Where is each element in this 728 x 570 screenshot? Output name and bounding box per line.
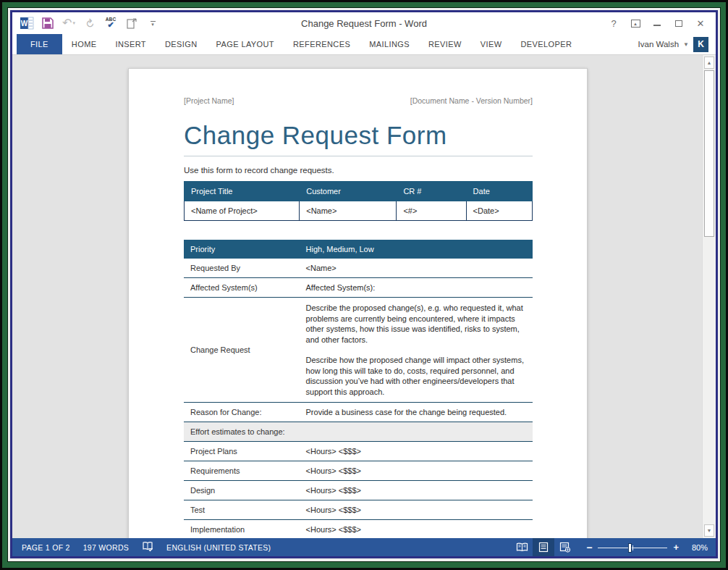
change-request-label: Change Request — [184, 298, 300, 403]
project-plans-value[interactable]: <Hours> <$$$> — [300, 442, 533, 461]
language-indicator[interactable]: ENGLISH (UNITED STATES) — [166, 543, 271, 552]
zoom-out-button[interactable]: − — [586, 542, 592, 553]
change-request-paragraph-1: Describe the proposed change(s), e.g. wh… — [306, 303, 526, 345]
info-value-row: <Name of Project> <Name> <#> <Date> — [185, 201, 533, 221]
scroll-down-icon[interactable]: ▼ — [704, 524, 714, 537]
tab-references[interactable]: REFERENCES — [284, 34, 360, 54]
vertical-scrollbar[interactable]: ▲ ▼ — [702, 55, 716, 538]
test-label: Test — [184, 500, 300, 520]
cell-cr-number[interactable]: <#> — [397, 201, 466, 221]
chevron-down-icon: ▼ — [683, 41, 689, 48]
change-request-paragraph-2: Describe how the proposed change will im… — [306, 355, 526, 397]
priority-label: Priority — [184, 240, 300, 259]
document-arrow-icon[interactable] — [124, 15, 139, 31]
page-indicator[interactable]: PAGE 1 OF 2 — [22, 543, 70, 552]
reason-value[interactable]: Provide a business case for the change b… — [300, 403, 533, 422]
project-info-table: Project Title Customer CR # Date <Name o… — [184, 181, 533, 221]
tab-design[interactable]: DESIGN — [156, 34, 207, 54]
zoom-level[interactable]: 80% — [687, 543, 708, 552]
undo-icon[interactable]: ↶▾ — [62, 15, 76, 31]
redo-icon[interactable]: ↻ — [82, 15, 97, 31]
status-bar: PAGE 1 OF 2 197 WORDS ENGLISH (UNITED ST… — [12, 538, 716, 556]
affected-systems-label: Affected System(s) — [184, 278, 300, 298]
requirements-label: Requirements — [184, 461, 300, 481]
zoom-in-button[interactable]: + — [673, 542, 679, 553]
test-row: Test <Hours> <$$$> — [184, 500, 533, 520]
info-header-row: Project Title Customer CR # Date — [185, 182, 533, 201]
priority-value: High, Medium, Low — [300, 240, 533, 259]
proofing-status-icon[interactable] — [142, 541, 153, 553]
maximize-button[interactable] — [669, 15, 688, 31]
implementation-value[interactable]: <Hours> <$$$> — [300, 520, 533, 539]
web-layout-icon[interactable] — [554, 538, 576, 556]
implementation-label: Implementation — [184, 520, 300, 539]
spelling-grammar-icon[interactable]: ABC ✔ — [103, 15, 118, 31]
tab-file[interactable]: FILE — [17, 34, 62, 54]
effort-section-label: Effort estimates to change: — [184, 422, 533, 442]
requested-by-value[interactable]: <Name> — [300, 259, 533, 278]
affected-systems-row: Affected System(s) Affected System(s): — [184, 278, 533, 298]
save-floppy-svg — [42, 17, 54, 29]
word-logo-icon[interactable]: W — [20, 15, 34, 31]
zoom-slider-handle[interactable] — [628, 543, 632, 553]
document-area: [Project Name] [Document Name - Version … — [12, 54, 716, 538]
project-plans-label: Project Plans — [184, 442, 300, 461]
change-request-value[interactable]: Describe the proposed change(s), e.g. wh… — [300, 298, 533, 403]
change-detail-table: Priority High, Medium, Low Requested By … — [184, 240, 533, 538]
col-project-title: Project Title — [185, 182, 300, 201]
tab-developer[interactable]: DEVELOPER — [511, 34, 581, 54]
tab-view[interactable]: VIEW — [471, 34, 512, 54]
tab-insert[interactable]: INSERT — [106, 34, 156, 54]
change-request-row: Change Request Describe the proposed cha… — [184, 298, 533, 403]
col-date: Date — [466, 182, 532, 201]
test-value[interactable]: <Hours> <$$$> — [300, 500, 533, 520]
effort-section-row: Effort estimates to change: — [184, 422, 533, 442]
document-page[interactable]: [Project Name] [Document Name - Version … — [128, 68, 588, 538]
tab-review[interactable]: REVIEW — [419, 34, 471, 54]
requested-by-label: Requested By — [184, 259, 300, 278]
read-mode-icon[interactable] — [511, 538, 533, 556]
design-value[interactable]: <Hours> <$$$> — [300, 481, 533, 500]
scroll-up-icon[interactable]: ▲ — [704, 56, 714, 69]
design-row: Design <Hours> <$$$> — [184, 481, 533, 500]
col-cr-number: CR # — [397, 182, 466, 201]
ribbon-display-options-icon[interactable]: ▴ — [626, 15, 645, 31]
word-logo-svg: W — [20, 17, 34, 30]
ribbon-tabs: FILE HOME INSERT DESIGN PAGE LAYOUT REFE… — [12, 34, 581, 54]
requirements-row: Requirements <Hours> <$$$> — [184, 461, 533, 481]
header-doc-version: [Document Name - Version Number] — [410, 96, 533, 105]
user-name: Ivan Walsh — [638, 40, 679, 49]
avatar: K — [693, 37, 708, 52]
tab-home[interactable]: HOME — [62, 34, 106, 54]
zoom-slider[interactable] — [598, 542, 667, 553]
scrollbar-thumb[interactable] — [704, 70, 714, 237]
intro-text: Use this form to record change requests. — [184, 166, 533, 175]
minimize-button[interactable] — [648, 15, 666, 31]
save-icon[interactable] — [41, 15, 55, 31]
page-header: [Project Name] [Document Name - Version … — [184, 96, 533, 105]
cell-customer-name[interactable]: <Name> — [300, 201, 397, 221]
requested-by-row: Requested By <Name> — [184, 259, 533, 278]
window-controls: ? ▴ ✕ — [604, 15, 716, 31]
priority-row: Priority High, Medium, Low — [184, 240, 533, 259]
account-area[interactable]: Ivan Walsh ▼ K — [638, 34, 716, 54]
word-count[interactable]: 197 WORDS — [83, 543, 129, 552]
project-plans-row: Project Plans <Hours> <$$$> — [184, 442, 533, 461]
quick-access-toolbar: W ↶▾ ↻ ABC ✔ — [12, 12, 160, 34]
design-label: Design — [184, 481, 300, 500]
cell-project-name[interactable]: <Name of Project> — [185, 201, 300, 221]
ribbon-tab-row: FILE HOME INSERT DESIGN PAGE LAYOUT REFE… — [12, 34, 716, 54]
tab-mailings[interactable]: MAILINGS — [360, 34, 419, 54]
help-icon[interactable]: ? — [604, 15, 623, 31]
qat-customize-dropdown-icon[interactable]: ▾ — [145, 15, 160, 31]
tab-page-layout[interactable]: PAGE LAYOUT — [207, 34, 284, 54]
close-button[interactable]: ✕ — [691, 15, 710, 31]
affected-systems-value[interactable]: Affected System(s): — [300, 278, 533, 298]
word-window: W ↶▾ ↻ ABC ✔ — [10, 10, 718, 558]
svg-text:W: W — [20, 20, 27, 28]
requirements-value[interactable]: <Hours> <$$$> — [300, 461, 533, 481]
title-bar: W ↶▾ ↻ ABC ✔ — [12, 12, 716, 34]
print-layout-icon[interactable] — [533, 538, 554, 556]
cell-date[interactable]: <Date> — [466, 201, 532, 221]
reason-label: Reason for Change: — [184, 403, 300, 422]
